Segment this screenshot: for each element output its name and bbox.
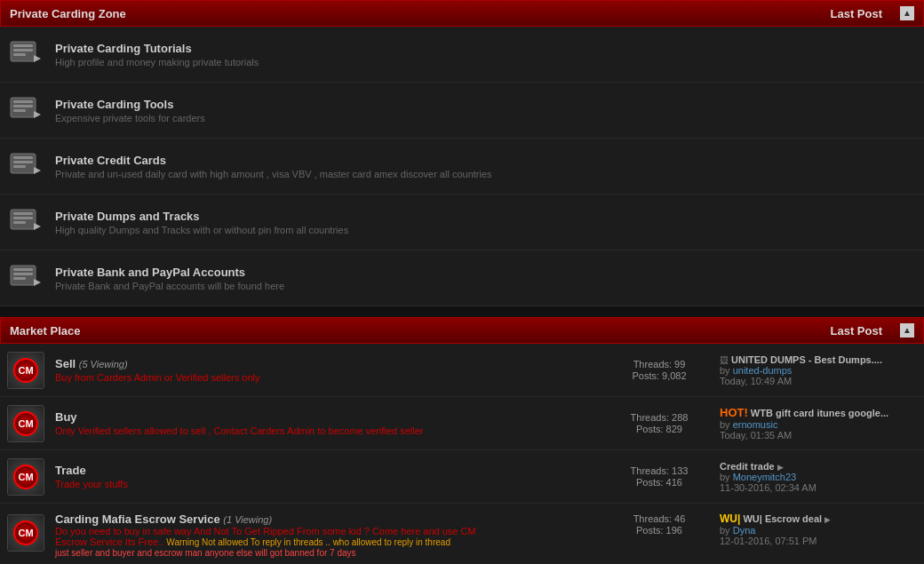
market-title-link-sell[interactable]: Sell [55, 357, 76, 370]
marketplace-title: Market Place [10, 324, 81, 338]
marketplace-lastpost-label: Last Post [830, 324, 882, 338]
spacer [0, 306, 924, 317]
svg-marker-4 [34, 55, 41, 62]
forum-icon-bank [7, 259, 44, 297]
market-desc-trade: Trade your stuffs [55, 479, 606, 489]
marketplace-header: Market Place Last Post ▲ [0, 317, 924, 344]
market-icon-sell: CM [7, 352, 44, 389]
market-lastpost-buy: HOT! WTB gift card itunes google... by e… [713, 406, 917, 441]
market-threads-buy: Threads: 288 [606, 412, 713, 423]
market-row-buy: CM Buy Only Verified sellers allowed to … [0, 397, 924, 450]
forum-info-tutorials: Private Carding Tutorials High profile a… [55, 42, 917, 68]
arrow-icon-trade: ▶ [777, 463, 784, 472]
forum-icon-creditcards [7, 147, 44, 185]
forum-icon-dumps [7, 203, 44, 241]
market-threads-sell: Threads: 99 [606, 359, 713, 369]
svg-marker-9 [34, 111, 41, 118]
forum-info-tools: Private Carding Tools Expensive private … [55, 98, 917, 123]
svg-rect-2 [13, 49, 33, 52]
market-lastpost-time-sell: Today, 10:49 AM [720, 376, 917, 386]
market-posts-escrow: Posts: 196 [606, 525, 713, 536]
market-cm-icon-escrow: CM [13, 520, 38, 545]
forum-row-bank: Private Bank and PayPal Accounts Private… [0, 250, 924, 306]
forum-row-tutorials: Private Carding Tutorials High profile a… [0, 27, 924, 83]
market-threads-trade: Threads: 133 [606, 465, 713, 476]
forum-icon-tutorials [7, 36, 44, 73]
market-posts-sell: Posts: 9,082 [606, 370, 713, 381]
forum-title-creditcards[interactable]: Private Credit Cards [55, 154, 166, 167]
forum-title-bank[interactable]: Private Bank and PayPal Accounts [55, 266, 245, 279]
svg-rect-8 [13, 109, 26, 112]
svg-rect-11 [13, 156, 33, 159]
market-cm-icon-sell: CM [13, 358, 38, 383]
market-title-link-buy[interactable]: Buy [55, 410, 77, 424]
market-row-trade: CM Trade Trade your stuffs Threads: 133 … [0, 450, 924, 504]
svg-rect-1 [13, 44, 33, 47]
forum-title-tools[interactable]: Private Carding Tools [55, 98, 173, 111]
corner-scroll-icon-2: ▲ [900, 323, 914, 338]
svg-rect-23 [13, 277, 26, 280]
market-icon-trade: CM [7, 458, 44, 496]
svg-rect-18 [13, 221, 26, 224]
forum-icon-tools [7, 91, 44, 129]
forum-desc-creditcards: Private and un-used daily card with high… [55, 169, 917, 179]
market-posts-trade: Posts: 416 [606, 477, 713, 488]
corner-scroll-icon: ▲ [900, 6, 914, 20]
market-lastpost-title-escrow[interactable]: WU| Escrow deal [743, 513, 822, 524]
market-info-escrow: Carding Mafia Escrow Service (1 Viewing)… [55, 512, 606, 558]
market-title-sell: Sell (5 Viewing) [55, 357, 606, 370]
svg-rect-3 [13, 53, 26, 56]
market-desc-buy: Only Verified sellers allowed to sell , … [55, 425, 606, 436]
svg-rect-13 [13, 165, 26, 168]
forum-desc-dumps: High quality Dumps and Tracks with or wi… [55, 225, 917, 235]
svg-rect-17 [13, 217, 33, 219]
forum-info-bank: Private Bank and PayPal Accounts Private… [55, 266, 917, 291]
market-stats-trade: Threads: 133 Posts: 416 [606, 465, 713, 489]
market-viewing-escrow: (1 Viewing) [223, 514, 272, 525]
market-row-escrow: CM Carding Mafia Escrow Service (1 Viewi… [0, 504, 924, 564]
private-zone-title: Private Carding Zone [10, 7, 126, 20]
market-lastpost-title-trade[interactable]: Credit trade [720, 461, 775, 472]
svg-rect-6 [13, 100, 33, 103]
market-title-link-trade[interactable]: Trade [55, 464, 86, 477]
forum-row-tools: Private Carding Tools Expensive private … [0, 83, 924, 139]
market-lastpost-by-sell: united-dumps [733, 365, 793, 376]
market-stats-escrow: Threads: 46 Posts: 196 [606, 512, 713, 536]
svg-rect-12 [13, 161, 33, 163]
market-info-trade: Trade Trade your stuffs [55, 464, 606, 489]
market-lastpost-title-sell[interactable]: UNITED DUMPS - Best Dumps.... [731, 354, 882, 365]
market-title-escrow: Carding Mafia Escrow Service (1 Viewing) [55, 512, 606, 526]
market-threads-escrow: Threads: 46 [606, 513, 713, 524]
arrow-icon-escrow: ▶ [824, 515, 831, 524]
market-lastpost-trade: Credit trade ▶ by Moneymitch23 11-30-201… [713, 461, 917, 493]
market-title-link-escrow[interactable]: Carding Mafia Escrow Service [55, 512, 220, 526]
forum-info-dumps: Private Dumps and Tracks High quality Du… [55, 210, 917, 235]
market-lastpost-title-buy[interactable]: WTB gift card itunes google... [751, 408, 888, 418]
svg-rect-21 [13, 268, 33, 271]
forum-title-tutorials[interactable]: Private Carding Tutorials [55, 42, 192, 55]
svg-marker-14 [34, 167, 41, 174]
market-cm-icon-buy: CM [13, 411, 38, 436]
svg-marker-24 [34, 279, 41, 286]
market-lastpost-by-buy: ernomusic [733, 419, 778, 430]
forum-row-creditcards: Private Credit Cards Private and un-used… [0, 139, 924, 195]
forum-title-dumps[interactable]: Private Dumps and Tracks [55, 210, 200, 223]
market-icon-escrow: CM [7, 514, 44, 552]
market-info-sell: Sell (5 Viewing) Buy from Carders Admin … [55, 357, 606, 383]
forum-row-dumps: Private Dumps and Tracks High quality Du… [0, 195, 924, 250]
market-lastpost-time-trade: 11-30-2016, 02:34 AM [720, 482, 917, 493]
market-lastpost-by-trade: Moneymitch23 [733, 472, 797, 482]
marketplace-section: Market Place Last Post ▲ CM Sell (5 View… [0, 317, 924, 564]
market-info-buy: Buy Only Verified sellers allowed to sel… [55, 410, 606, 436]
forum-info-creditcards: Private Credit Cards Private and un-used… [55, 154, 917, 179]
market-lastpost-time-escrow: 12-01-2016, 07:51 PM [720, 536, 917, 546]
market-stats-buy: Threads: 288 Posts: 829 [606, 411, 713, 435]
forum-desc-tools: Expensive private tools for carders [55, 113, 917, 123]
private-zone-section: Private Carding Zone Last Post ▲ Private… [0, 0, 924, 306]
svg-rect-7 [13, 105, 33, 107]
market-title-buy: Buy [55, 410, 606, 424]
market-lastpost-time-buy: Today, 01:35 AM [720, 430, 917, 441]
svg-rect-16 [13, 212, 33, 215]
svg-marker-19 [34, 223, 41, 230]
market-row-sell: CM Sell (5 Viewing) Buy from Carders Adm… [0, 344, 924, 397]
